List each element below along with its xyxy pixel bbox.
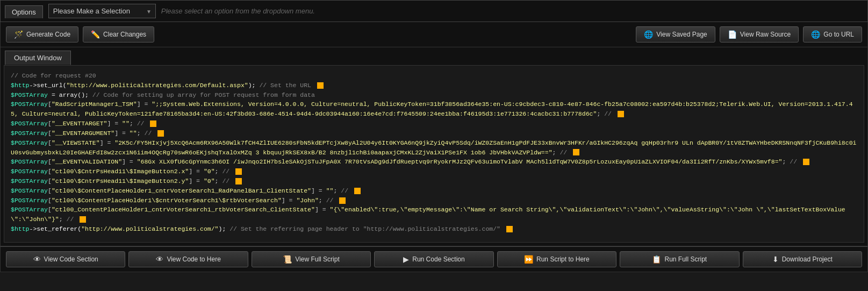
eye2-icon: 👁 xyxy=(156,255,163,264)
toolbar-left: 🪄 Generate Code ✏️ Clear Changes xyxy=(6,26,154,42)
view-raw-source-button[interactable]: 📄 View Raw Source xyxy=(720,26,799,42)
play-icon: ▶ xyxy=(403,255,409,264)
options-dropdown[interactable]: Please Make a Selection xyxy=(48,4,156,18)
view-full-script-button[interactable]: 📜 View Full Script xyxy=(252,251,371,267)
view-code-section-button[interactable]: 👁 View Code Section xyxy=(6,251,125,267)
view-full-script-label: View Full Script xyxy=(295,255,339,263)
output-tab: Output Window xyxy=(1,47,867,65)
www-icon: 🌐 xyxy=(811,30,820,39)
toolbar-right: 🌐 View Saved Page 📄 View Raw Source 🌐 Go… xyxy=(636,26,862,42)
go-to-url-label: Go to URL xyxy=(823,31,854,38)
options-bar: Options Please Make a Selection ▼ Please… xyxy=(0,0,868,22)
generate-code-button[interactable]: 🪄 Generate Code xyxy=(6,26,78,42)
view-code-to-button[interactable]: 👁 View Code to Here xyxy=(128,251,248,267)
bottom-toolbar: 👁 View Code Section 👁 View Code to Here … xyxy=(0,246,868,272)
wand-icon: 🪄 xyxy=(14,30,23,39)
view-raw-source-label: View Raw Source xyxy=(740,31,791,38)
view-code-section-label: View Code Section xyxy=(44,255,98,263)
download-project-button[interactable]: ⬇ Download Project xyxy=(743,251,862,267)
page-icon: 📄 xyxy=(728,30,737,39)
clear-changes-button[interactable]: ✏️ Clear Changes xyxy=(83,26,154,42)
download-icon: ⬇ xyxy=(772,255,779,264)
list-icon: 📋 xyxy=(652,255,661,264)
generate-code-label: Generate Code xyxy=(26,31,70,38)
options-tab: Options xyxy=(5,5,43,18)
options-hint: Please select an option from the dropdow… xyxy=(161,7,315,15)
eye-icon: 👁 xyxy=(33,255,41,264)
run-script-to-here-button[interactable]: ⏩ Run Script to Here xyxy=(497,251,616,267)
view-code-to-label: View Code to Here xyxy=(167,255,221,263)
run-full-script-button[interactable]: 📋 Run Full Script xyxy=(620,251,739,267)
run-script-to-here-label: Run Script to Here xyxy=(536,255,590,263)
fast-forward-icon: ⏩ xyxy=(524,255,533,264)
output-content[interactable]: // Code for request #20 $http->set_url("… xyxy=(4,65,864,243)
dropdown-wrapper: Please Make a Selection ▼ xyxy=(48,4,156,18)
clear-changes-label: Clear Changes xyxy=(103,31,146,38)
run-full-script-label: Run Full Script xyxy=(664,255,707,263)
run-code-section-button[interactable]: ▶ Run Code Section xyxy=(374,251,493,267)
output-section: Output Window // Code for request #20 $h… xyxy=(0,47,868,246)
go-to-url-button[interactable]: 🌐 Go to URL xyxy=(803,26,862,42)
scroll-icon: 📜 xyxy=(283,255,292,264)
globe-icon: 🌐 xyxy=(644,30,653,39)
download-project-label: Download Project xyxy=(782,255,833,263)
main-toolbar: 🪄 Generate Code ✏️ Clear Changes 🌐 View … xyxy=(0,22,868,47)
view-saved-page-label: View Saved Page xyxy=(656,31,707,38)
view-saved-page-button[interactable]: 🌐 View Saved Page xyxy=(636,26,715,42)
output-tab-label: Output Window xyxy=(14,54,62,62)
eraser-icon: ✏️ xyxy=(91,30,100,39)
run-code-section-label: Run Code Section xyxy=(412,255,464,263)
options-tab-label: Options xyxy=(12,8,36,16)
